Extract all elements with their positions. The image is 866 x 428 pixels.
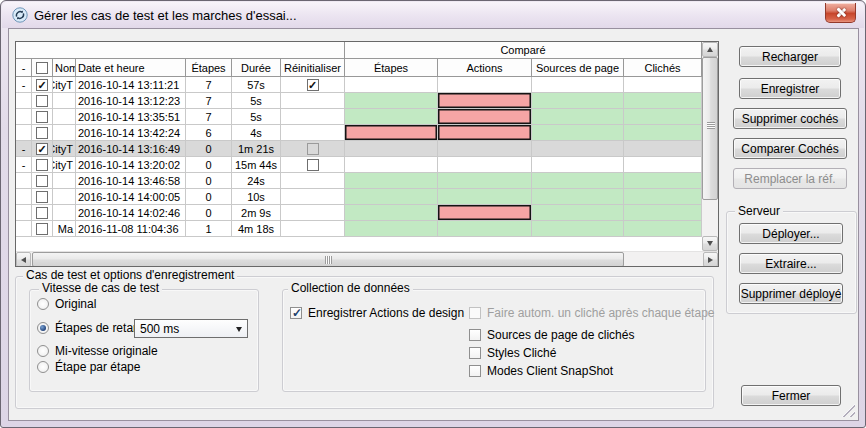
expand-cell[interactable]: [16, 189, 32, 205]
server-button-1[interactable]: Extraire...: [739, 253, 843, 274]
nom-cell: CityT: [53, 141, 76, 157]
check-cell: [32, 157, 53, 173]
expand-cell[interactable]: [16, 109, 32, 125]
compare-cell: [624, 93, 702, 109]
header-reinitialiser[interactable]: Réinitialiser: [281, 59, 345, 77]
radio-0[interactable]: [37, 298, 49, 310]
compare-cell: [624, 157, 702, 173]
etapes-cell: 6: [186, 125, 232, 141]
compare-cell: [438, 141, 532, 157]
screenshot-stage: Gérer les cas de test et les marches d'e…: [0, 0, 866, 428]
scroll-up-button[interactable]: [702, 42, 718, 57]
compare-cell: [532, 109, 624, 125]
delay-combobox[interactable]: 500 ms: [134, 319, 248, 338]
table-row[interactable]: 2016-10-14 13:12:2375s: [16, 93, 718, 109]
reinit-checkbox[interactable]: ✓: [307, 79, 319, 91]
radio-2[interactable]: [37, 345, 49, 357]
fermer-button[interactable]: Fermer: [741, 385, 841, 406]
header-expand[interactable]: -: [16, 59, 32, 77]
scroll-left-button[interactable]: [16, 252, 31, 266]
vertical-scroll-thumb[interactable]: [702, 57, 718, 200]
option-checkbox-0[interactable]: [290, 307, 302, 319]
table-row[interactable]: 2016-10-14 14:02:4602m 9s: [16, 205, 718, 221]
horizontal-scroll-thumb[interactable]: [32, 252, 624, 266]
side-button-2[interactable]: Supprimer cochés: [733, 108, 847, 129]
check-cell: [32, 205, 53, 221]
reinit-cell: [281, 157, 345, 173]
compare-cell: [532, 221, 624, 237]
header-compare-sources[interactable]: Sources de page: [532, 59, 624, 77]
table-row[interactable]: 2016-10-14 14:00:05010s: [16, 189, 718, 205]
radio-1[interactable]: [37, 322, 49, 334]
etapes-cell: 0: [186, 205, 232, 221]
table-row[interactable]: 2016-10-14 13:35:5175s: [16, 109, 718, 125]
header-compare-etapes[interactable]: Étapes: [345, 59, 438, 77]
server-button-2[interactable]: Supprimer déployé: [739, 283, 843, 304]
scroll-down-button[interactable]: [702, 236, 718, 251]
expand-cell[interactable]: [16, 205, 32, 221]
row-checkbox[interactable]: [36, 175, 48, 187]
compare-cell: [345, 205, 438, 221]
close-window-button[interactable]: [825, 3, 856, 23]
server-button-0[interactable]: Déployer...: [739, 223, 843, 244]
reinit-cell: [281, 173, 345, 189]
row-checkbox[interactable]: [36, 191, 48, 203]
header-compare-cliches[interactable]: Clichés: [624, 59, 702, 77]
date-cell: 2016-10-14 13:16:49: [76, 141, 186, 157]
row-checkbox[interactable]: [36, 159, 48, 171]
row-checkbox[interactable]: [36, 127, 48, 139]
side-button-3[interactable]: Comparer Cochés: [733, 138, 847, 159]
option-checkbox-2[interactable]: [469, 329, 481, 341]
reinit-checkbox[interactable]: [307, 159, 319, 171]
scroll-right-button[interactable]: [703, 252, 718, 266]
table-row[interactable]: 2016-10-14 13:46:58024s: [16, 173, 718, 189]
option-checkbox-4[interactable]: [469, 365, 481, 377]
expand-cell[interactable]: [16, 93, 32, 109]
header-etapes[interactable]: Étapes: [186, 59, 232, 77]
header-compare-actions[interactable]: Actions: [438, 59, 532, 77]
duree-cell: 2m 9s: [232, 205, 281, 221]
expand-cell[interactable]: [16, 221, 32, 237]
table-row[interactable]: Ma2016-11-08 11:04:3614m 18s: [16, 221, 718, 237]
compare-cell: [345, 125, 438, 141]
table-row[interactable]: -✓CityT2016-10-14 13:11:21757s✓: [16, 77, 718, 93]
side-button-1[interactable]: Enregistrer: [739, 78, 841, 99]
row-checkbox[interactable]: [36, 95, 48, 107]
select-all-checkbox[interactable]: [36, 62, 48, 74]
expand-cell[interactable]: -: [16, 77, 32, 93]
resize-grip[interactable]: [841, 403, 855, 417]
header-check-all[interactable]: [32, 59, 53, 77]
duree-cell: 24s: [232, 173, 281, 189]
compare-cell: [624, 125, 702, 141]
arrow-down-icon: [707, 241, 713, 246]
vertical-scrollbar[interactable]: [702, 42, 718, 251]
horizontal-scrollbar[interactable]: [16, 251, 718, 266]
thumb-grip-icon: [325, 256, 332, 264]
table-row[interactable]: -CityT2016-10-14 13:20:02015m 44s: [16, 157, 718, 173]
table-row[interactable]: 2016-10-14 13:42:2464s: [16, 125, 718, 141]
header-date[interactable]: Date et heure: [76, 59, 186, 77]
reinit-cell: [281, 189, 345, 205]
option-checkbox-3[interactable]: [469, 347, 481, 359]
side-button-0[interactable]: Recharger: [739, 46, 841, 67]
nom-cell: [53, 205, 76, 221]
expand-cell[interactable]: -: [16, 157, 32, 173]
radio-3[interactable]: [37, 361, 49, 373]
row-checkbox[interactable]: ✓: [36, 79, 48, 91]
row-checkbox[interactable]: [36, 223, 48, 235]
option-label-0: Enregistrer Actions de design: [308, 306, 464, 320]
table-row[interactable]: -✓CityT2016-10-14 13:16:4901m 21s: [16, 141, 718, 157]
row-checkbox[interactable]: ✓: [36, 143, 48, 155]
expand-cell[interactable]: [16, 173, 32, 189]
row-checkbox[interactable]: [36, 111, 48, 123]
expand-cell[interactable]: -: [16, 141, 32, 157]
row-checkbox[interactable]: [36, 207, 48, 219]
compare-cell: [438, 77, 532, 93]
reinit-checkbox[interactable]: [307, 143, 319, 155]
etapes-cell: 7: [186, 77, 232, 93]
title-bar[interactable]: Gérer les cas de test et les marches d'e…: [2, 2, 864, 28]
header-nom[interactable]: Nom: [53, 59, 76, 77]
nom-cell: Ma: [53, 221, 76, 237]
expand-cell[interactable]: [16, 125, 32, 141]
header-duree[interactable]: Durée: [232, 59, 281, 77]
